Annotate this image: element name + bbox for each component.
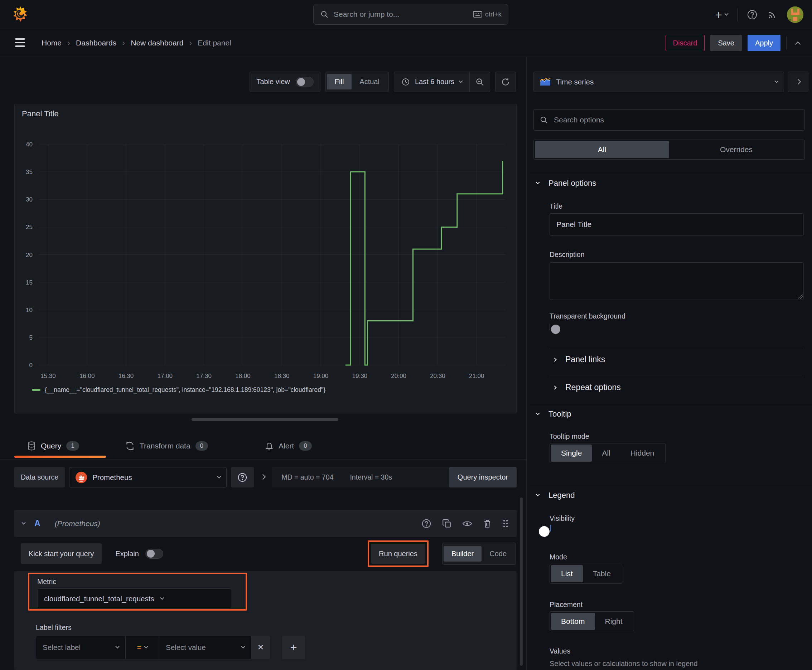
datasource-picker[interactable]: Prometheus xyxy=(69,467,227,487)
delete-query-icon[interactable] xyxy=(483,519,492,528)
toggle-viz-suggestions-button[interactable] xyxy=(788,71,809,92)
legend-mode-label: Mode xyxy=(549,553,567,561)
legend-placement-right[interactable]: Right xyxy=(595,613,632,630)
section-legend[interactable]: Legend xyxy=(536,491,575,500)
section-tooltip[interactable]: Tooltip xyxy=(536,409,571,419)
collapse-query-icon[interactable] xyxy=(22,520,25,524)
refresh-icon xyxy=(501,77,510,86)
apply-button[interactable]: Apply xyxy=(748,35,780,51)
news-rss-icon[interactable] xyxy=(767,9,778,20)
topbar-divider xyxy=(737,8,737,22)
fill-option[interactable]: Fill xyxy=(327,74,352,90)
svg-text:25: 25 xyxy=(26,224,32,230)
query-help-icon[interactable] xyxy=(421,519,431,529)
timeseries-chart[interactable]: 051015202530354015:3016:0016:3017:0017:3… xyxy=(15,136,517,398)
panel-description-input[interactable] xyxy=(549,262,804,300)
tooltip-mode-single[interactable]: Single xyxy=(551,445,592,462)
label-filter-row: Select label = Select value ✕ + xyxy=(36,636,305,659)
prometheus-icon xyxy=(75,471,87,484)
panel-toolbar: Table view Fill Actual Last 6 hours xyxy=(249,71,516,92)
duplicate-query-icon[interactable] xyxy=(442,519,451,528)
tab-alert-count: 0 xyxy=(299,441,312,451)
global-search[interactable]: Search or jump to... ctrl+k xyxy=(313,4,509,25)
drag-query-handle-icon[interactable] xyxy=(502,519,509,528)
legend-mode-table[interactable]: Table xyxy=(583,565,621,582)
chevron-right-icon xyxy=(553,386,556,389)
query-options-summary[interactable]: MD = auto = 704 Interval = 30s Query ins… xyxy=(272,467,517,487)
time-range-picker[interactable]: Last 6 hours xyxy=(394,78,470,86)
refresh-button[interactable] xyxy=(495,71,516,92)
query-row-header[interactable]: A (Prometheus) xyxy=(14,510,517,537)
zoom-out-button[interactable] xyxy=(470,77,490,86)
remove-filter-button[interactable]: ✕ xyxy=(251,636,270,659)
builder-option[interactable]: Builder xyxy=(444,546,481,562)
query-editor-body: Metric cloudflared_tunnel_total_requests… xyxy=(14,571,517,670)
chevron-down-icon xyxy=(536,411,539,415)
add-filter-button[interactable]: + xyxy=(282,636,305,659)
chevron-right-icon xyxy=(553,357,556,362)
tab-transform[interactable]: Transform data 0 xyxy=(125,432,208,460)
breadcrumb-home[interactable]: Home xyxy=(42,39,61,47)
legend-visibility-toggle[interactable] xyxy=(550,524,551,531)
metric-select[interactable]: cloudflared_tunnel_total_requests xyxy=(37,589,231,609)
select-value-dropdown[interactable]: Select value xyxy=(159,636,251,659)
tab-all[interactable]: All xyxy=(535,141,669,158)
run-queries-button[interactable]: Run queries xyxy=(371,544,425,564)
explain-toggle[interactable] xyxy=(145,549,163,559)
section-panel-options[interactable]: Panel options xyxy=(536,179,596,188)
panel-title: Panel Title xyxy=(22,109,59,118)
legend-mode-list[interactable]: List xyxy=(551,565,583,582)
panel-title-input[interactable] xyxy=(549,213,804,235)
label-filters-label: Label filters xyxy=(36,623,71,632)
tab-overrides[interactable]: Overrides xyxy=(669,141,804,158)
add-new-button[interactable]: + xyxy=(715,8,728,21)
operator-value: = xyxy=(137,643,141,652)
table-view-toggle[interactable] xyxy=(296,77,314,87)
legend-title: Legend xyxy=(549,491,575,500)
legend-series-label[interactable]: {__name__="cloudflared_tunnel_total_requ… xyxy=(45,386,325,394)
query-inspector-button[interactable]: Query inspector xyxy=(449,467,517,487)
options-search[interactable]: Search options xyxy=(534,109,805,130)
collapse-options-icon[interactable] xyxy=(795,41,801,47)
visualization-picker[interactable]: Time series xyxy=(534,71,784,92)
keyboard-icon xyxy=(473,11,482,18)
chart-panel[interactable]: Panel Title 051015202530354015:3016:0016… xyxy=(14,104,517,413)
editor-tabs: Query 1 Transform data 0 xyxy=(0,432,526,460)
expand-options-icon[interactable] xyxy=(260,474,266,480)
grafana-logo-icon[interactable] xyxy=(11,5,29,24)
description-label: Description xyxy=(549,250,585,259)
tab-alert[interactable]: Alert 0 xyxy=(265,432,312,460)
breadcrumb-dashboards[interactable]: Dashboards xyxy=(76,39,116,47)
scrollbar-thumb[interactable] xyxy=(520,497,523,666)
user-avatar[interactable] xyxy=(787,7,804,23)
toggle-visibility-icon[interactable] xyxy=(462,519,472,528)
actual-option[interactable]: Actual xyxy=(352,74,387,90)
resize-handle-icon[interactable] xyxy=(798,294,803,299)
save-button[interactable]: Save xyxy=(710,35,742,51)
menu-toggle-icon[interactable] xyxy=(15,38,25,49)
breadcrumb-new-dashboard[interactable]: New dashboard xyxy=(131,39,183,47)
tooltip-mode-all[interactable]: All xyxy=(592,445,620,462)
tab-transform-label: Transform data xyxy=(140,442,190,450)
svg-text:10: 10 xyxy=(26,307,32,313)
operator-dropdown[interactable]: = xyxy=(125,636,159,659)
select-label-dropdown[interactable]: Select label xyxy=(36,636,125,659)
help-icon[interactable] xyxy=(747,9,758,20)
svg-text:21:00: 21:00 xyxy=(469,372,485,379)
tooltip-mode-hidden[interactable]: Hidden xyxy=(620,445,665,462)
legend-series-swatch[interactable] xyxy=(32,389,41,391)
pane-resize-handle[interactable] xyxy=(192,418,338,421)
legend-placement-bottom[interactable]: Bottom xyxy=(551,613,595,630)
search-placeholder: Search or jump to... xyxy=(334,10,468,19)
chevron-down-icon xyxy=(217,474,221,478)
kick-start-query-button[interactable]: Kick start your query xyxy=(21,543,102,564)
code-option[interactable]: Code xyxy=(481,546,514,562)
svg-text:18:30: 18:30 xyxy=(274,372,290,379)
datasource-help-button[interactable] xyxy=(231,467,254,487)
discard-button[interactable]: Discard xyxy=(666,35,705,51)
transparent-background-toggle[interactable] xyxy=(549,323,550,330)
section-repeat-options[interactable]: Repeat options xyxy=(553,382,621,392)
section-panel-links[interactable]: Panel links xyxy=(553,355,605,364)
repeat-options-title: Repeat options xyxy=(565,382,621,392)
svg-text:19:00: 19:00 xyxy=(313,372,329,379)
